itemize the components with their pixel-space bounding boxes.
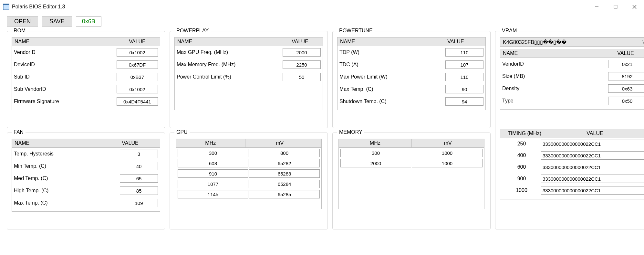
col-name: NAME xyxy=(338,39,433,45)
mhz-input[interactable] xyxy=(178,180,248,188)
maximize-button[interactable] xyxy=(606,0,625,13)
value-input[interactable] xyxy=(283,48,321,57)
value-input[interactable] xyxy=(283,73,321,81)
mv-input[interactable] xyxy=(249,190,320,198)
row-label: Density xyxy=(502,86,519,91)
col-value: VALUE xyxy=(115,39,160,45)
mhz-input[interactable] xyxy=(178,169,248,178)
row-label: Firmware Signature xyxy=(14,99,59,104)
table-row: High Temp. (C) xyxy=(12,185,160,197)
row-label: Power Control Limit (%) xyxy=(177,74,231,80)
table-row: Power Control Limit (%) xyxy=(175,71,323,83)
value-input[interactable] xyxy=(445,85,483,93)
mv-input[interactable] xyxy=(249,180,320,188)
window-buttons xyxy=(587,0,644,13)
timing-value-input[interactable] xyxy=(541,175,644,183)
app-icon xyxy=(3,4,9,10)
col-value: VALUE xyxy=(603,50,644,56)
timing-value-input[interactable] xyxy=(541,163,644,171)
timing-value-input[interactable] xyxy=(541,186,644,195)
value-input[interactable] xyxy=(117,85,158,93)
mv-input[interactable] xyxy=(249,169,320,178)
mhz-input[interactable] xyxy=(178,149,248,157)
timing-row: 600 xyxy=(500,161,644,173)
value-input[interactable] xyxy=(608,72,644,80)
table-row: Temp. Hysteresis xyxy=(12,148,160,160)
panels-grid: ROM NAME VALUE VendorID DeviceID Sub ID … xyxy=(7,31,637,229)
gpu-table-body[interactable] xyxy=(176,148,322,209)
table-row xyxy=(176,158,321,168)
open-button[interactable]: OPEN xyxy=(7,16,38,27)
table-row xyxy=(339,148,484,158)
rom-group: ROM NAME VALUE VendorID DeviceID Sub ID … xyxy=(7,31,165,128)
toolbar: OPEN SAVE 0x6B xyxy=(7,16,637,27)
table-row: Max Temp. (C) xyxy=(12,197,160,209)
fan-group: FAN NAME VALUE Temp. Hysteresis Min Temp… xyxy=(7,133,165,229)
row-label: Size (MB) xyxy=(502,73,525,79)
value-input[interactable] xyxy=(608,84,644,93)
timing-table-body[interactable]: 250 400 600 900 1000 xyxy=(500,138,644,199)
row-label: Max Temp. (C) xyxy=(14,200,48,206)
value-input[interactable] xyxy=(120,186,158,195)
value-input[interactable] xyxy=(120,150,158,158)
value-input[interactable] xyxy=(445,60,483,69)
table-row: Med Temp. (C) xyxy=(12,172,160,185)
table-row: Size (MB) xyxy=(500,70,644,82)
value-input[interactable] xyxy=(117,73,158,81)
powertune-table-body[interactable]: TDP (W) TDC (A) Max Power Limit (W) Max … xyxy=(337,46,486,110)
row-label: Sub VendorID xyxy=(14,86,46,92)
chevron-down-icon: ⋁ xyxy=(642,40,644,44)
save-button[interactable]: SAVE xyxy=(42,16,72,27)
powertune-group: POWERTUNE NAME VALUE TDP (W) TDC (A) Max… xyxy=(332,31,491,128)
app-window: Polaris BIOS Editor 1.3 OPEN SAVE 0x6B R… xyxy=(0,0,644,255)
col-name: NAME xyxy=(12,39,115,45)
timing-value-input[interactable] xyxy=(541,140,644,148)
mhz-input[interactable] xyxy=(340,159,411,167)
powerplay-group: POWERPLAY NAME VALUE Max GPU Freq. (MHz)… xyxy=(170,31,328,128)
timing-freq: 250 xyxy=(502,141,541,147)
value-input[interactable] xyxy=(445,97,483,106)
value-input[interactable] xyxy=(608,60,644,68)
vram-module-select[interactable]: K4G80325FB▯▯▯��▯�� ⋁ xyxy=(500,37,644,47)
value-input[interactable] xyxy=(445,48,483,57)
minimize-button[interactable] xyxy=(587,0,606,13)
col-mhz: MHz xyxy=(339,139,411,147)
close-button[interactable] xyxy=(625,0,644,13)
mhz-input[interactable] xyxy=(178,190,248,198)
mv-input[interactable] xyxy=(249,159,320,167)
table-row xyxy=(176,168,321,179)
col-name: NAME xyxy=(175,39,277,45)
col-timing: TIMING (MHz) xyxy=(500,131,549,136)
vram-table-header: NAME VALUE xyxy=(500,49,644,58)
gpu-group: GPU MHz mV xyxy=(170,133,328,229)
col-value: VALUE xyxy=(433,39,478,45)
mv-input[interactable] xyxy=(249,149,320,157)
value-input[interactable] xyxy=(445,73,483,81)
value-input[interactable] xyxy=(608,97,644,105)
timing-table-header: TIMING (MHz) VALUE xyxy=(500,129,644,138)
mhz-input[interactable] xyxy=(178,159,248,167)
mv-input[interactable] xyxy=(412,159,483,167)
table-row: Max Memory Freq. (MHz) xyxy=(175,58,323,71)
vram-table-body: VendorID Size (MB) Density Type xyxy=(500,58,644,110)
value-input[interactable] xyxy=(283,60,321,69)
value-input[interactable] xyxy=(117,60,158,69)
table-row xyxy=(339,158,484,168)
fan-table-body[interactable]: Temp. Hysteresis Min Temp. (C) Med Temp.… xyxy=(12,148,160,212)
table-row: Sub ID xyxy=(12,71,160,83)
value-input[interactable] xyxy=(117,97,158,106)
value-input[interactable] xyxy=(120,174,158,183)
timing-row: 1000 xyxy=(500,185,644,196)
timing-value-input[interactable] xyxy=(541,151,644,160)
table-row: Max Temp. (C) xyxy=(338,83,485,95)
mv-input[interactable] xyxy=(412,149,483,157)
value-input[interactable] xyxy=(120,199,158,207)
value-input[interactable] xyxy=(120,162,158,170)
col-value: VALUE xyxy=(277,39,323,45)
col-name: NAME xyxy=(500,50,603,56)
mhz-input[interactable] xyxy=(340,149,411,157)
table-row: DeviceID xyxy=(12,58,160,71)
rom-table-header: NAME VALUE xyxy=(12,37,160,46)
value-input[interactable] xyxy=(117,48,158,57)
table-row: Shutdown Temp. (C) xyxy=(338,95,485,108)
